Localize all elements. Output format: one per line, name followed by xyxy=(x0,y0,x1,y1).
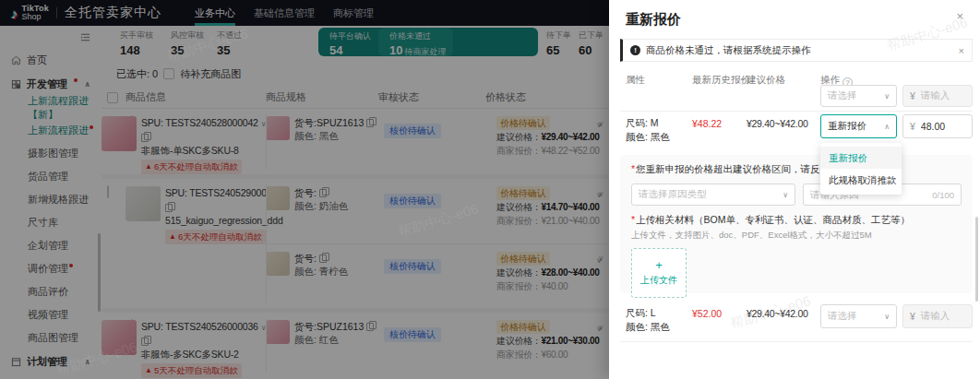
alert-close-icon[interactable]: × xyxy=(959,45,964,56)
upload-hint: 上传文件，支持图片、doc、PDF、Excel格式，大小不超过5M xyxy=(631,230,962,242)
sku-attribute: 尺码: M 颜色: 黑色 xyxy=(626,116,670,144)
col-header-attribute: 属性 xyxy=(626,74,645,87)
reason-section: *您重新申报的价格超出建议价格区间，请反馈您的商品优势 请选择原因类型 ∨ 0/… xyxy=(620,155,973,293)
requote-drawer: 重新报价 × ! 商品价格未通过，请根据系统提示操作 × 属性 最新历史报价 建… xyxy=(609,0,980,379)
upload-file-button[interactable]: + 上传文件 xyxy=(631,248,687,298)
suggest-price: ¥29.40~¥42.00 xyxy=(747,308,807,319)
required-mark: * xyxy=(631,214,635,225)
action-dropdown-menu: 重新报价 此规格取消推款 xyxy=(820,143,902,195)
price-input-row-l: ¥ 请输入 xyxy=(902,304,973,328)
close-icon[interactable]: × xyxy=(956,9,963,23)
divider xyxy=(620,341,973,342)
history-price: ¥52.00 xyxy=(692,308,722,319)
alert-message: 商品价格未通过，请根据系统提示操作 xyxy=(646,44,959,57)
chevron-down-icon: ∨ xyxy=(783,191,788,199)
select-placeholder: 请选择 xyxy=(828,310,857,323)
batch-price-input: ¥ 请输入 xyxy=(902,85,973,107)
action-select-row-m[interactable]: 重新报价 ∧ xyxy=(820,114,897,138)
reason-hint: *您重新申报的价格超出建议价格区间，请反馈您的商品优势 xyxy=(631,163,962,176)
menu-option-requote[interactable]: 重新报价 xyxy=(820,147,902,169)
col-header-history-price: 最新历史报价 xyxy=(692,74,750,87)
input-placeholder: 请输入 xyxy=(921,310,950,323)
char-counter: 0/100 xyxy=(932,190,954,200)
select-placeholder: 请选择 xyxy=(828,89,857,102)
app-screen: ♪ TikTok Shop 全托管卖家中心 业务中心 基础信息管理 商标管理 首… xyxy=(0,0,980,379)
price-rejected-alert: ! 商品价格未通过，请根据系统提示操作 × xyxy=(620,39,973,62)
upload-materials-label: *上传相关材料（BOM单、专利证书、认证、商品材质、工艺等） xyxy=(631,214,962,227)
currency-symbol: ¥ xyxy=(910,90,915,101)
menu-option-cancel-spec[interactable]: 此规格取消推款 xyxy=(820,169,902,191)
currency-symbol: ¥ xyxy=(910,121,915,132)
batch-action-select[interactable]: 请选择 ∨ xyxy=(820,85,897,107)
sku-color: 颜色: 黑色 xyxy=(626,130,670,144)
input-placeholder: 请输入 xyxy=(921,89,950,102)
sku-color: 颜色: 黑色 xyxy=(626,320,670,334)
required-mark: * xyxy=(631,163,635,174)
col-header-suggest-price: 建议价格 xyxy=(747,74,785,87)
select-placeholder: 请选择原因类型 xyxy=(639,188,707,201)
chevron-down-icon: ∨ xyxy=(884,92,890,101)
divider xyxy=(620,111,973,112)
upload-button-label: 上传文件 xyxy=(640,274,677,287)
drawer-scrollbar[interactable] xyxy=(975,217,978,302)
chevron-up-icon: ∧ xyxy=(884,123,890,131)
price-input-row-m[interactable]: ¥ xyxy=(902,114,973,138)
sku-attribute: 尺码: L 颜色: 黑色 xyxy=(626,306,670,334)
action-select-row-l[interactable]: 请选择 ∨ xyxy=(820,304,897,328)
price-input-field[interactable] xyxy=(921,121,965,132)
plus-icon: + xyxy=(655,259,663,271)
history-price: ¥48.22 xyxy=(692,118,722,129)
suggest-price: ¥29.40~¥42.00 xyxy=(747,118,807,129)
reason-type-select[interactable]: 请选择原因类型 ∨ xyxy=(631,184,795,206)
sku-size: 尺码: M xyxy=(626,116,670,130)
currency-symbol: ¥ xyxy=(910,311,915,322)
sku-size: 尺码: L xyxy=(626,306,670,320)
chevron-down-icon: ∨ xyxy=(884,313,890,321)
select-value: 重新报价 xyxy=(828,120,866,133)
info-icon: ! xyxy=(630,45,640,55)
drawer-title: 重新报价 xyxy=(626,11,681,29)
